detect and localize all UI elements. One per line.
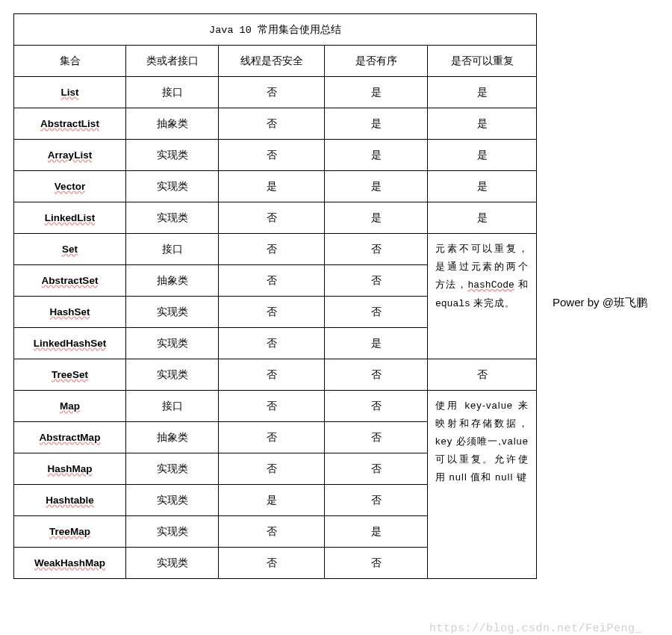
table-row: List 接口 否 是 是 bbox=[14, 77, 537, 108]
csdn-watermark: https://blog.csdn.net/FeiPeng_ bbox=[429, 622, 642, 635]
collection-name: HashSet bbox=[49, 306, 90, 318]
author-credit: Power by @班飞鹏 bbox=[553, 296, 647, 310]
cell-type: 接口 bbox=[126, 77, 219, 108]
collection-name: TreeSet bbox=[52, 369, 88, 380]
set-dup-note: 元素不可以重复，是通过元素的两个方法，hashCode 和 equals 来完成… bbox=[428, 234, 537, 359]
collection-name: TreeMap bbox=[49, 526, 90, 537]
collection-name: Map bbox=[60, 400, 80, 412]
header-threadsafe: 线程是否安全 bbox=[219, 46, 325, 77]
header-ordered: 是否有序 bbox=[325, 46, 428, 77]
cell-ordered: 是 bbox=[325, 77, 428, 108]
collection-name: HashMap bbox=[47, 463, 92, 474]
collection-name: AbstractList bbox=[40, 118, 99, 129]
header-type: 类或者接口 bbox=[126, 46, 219, 77]
map-dup-note: 使用 key-value 来映射和存储数据，key 必须唯一,value 可以重… bbox=[428, 391, 537, 579]
cell-safe: 否 bbox=[219, 77, 325, 108]
table-title: Java 10 常用集合使用总结 bbox=[14, 14, 537, 46]
collection-name: AbstractMap bbox=[40, 432, 101, 443]
collection-name: LinkedList bbox=[45, 212, 96, 223]
table-row: LinkedList 实现类 否 是 是 bbox=[14, 202, 537, 234]
collection-name: Hashtable bbox=[46, 495, 94, 506]
table-row: TreeSet 实现类 否 否 否 bbox=[14, 359, 537, 391]
table-row: Vector 实现类 是 是 是 bbox=[14, 171, 537, 202]
collections-summary-table: Java 10 常用集合使用总结 集合 类或者接口 线程是否安全 是否有序 是否… bbox=[13, 13, 537, 579]
header-dup: 是否可以重复 bbox=[428, 46, 537, 77]
collection-name: AbstractSet bbox=[42, 275, 99, 286]
table-row: Set 接口 否 否 元素不可以重复，是通过元素的两个方法，hashCode 和… bbox=[14, 234, 537, 265]
table-row: AbstractList 抽象类 否 是 是 bbox=[14, 108, 537, 140]
collection-name: List bbox=[60, 87, 78, 98]
table-row: Map 接口 否 否 使用 key-value 来映射和存储数据，key 必须唯… bbox=[14, 391, 537, 422]
collection-name: ArrayList bbox=[48, 149, 92, 161]
collection-name: LinkedHashSet bbox=[34, 338, 107, 349]
table-row: ArrayList 实现类 否 是 是 bbox=[14, 140, 537, 171]
header-collection: 集合 bbox=[14, 46, 126, 77]
collection-name: Set bbox=[62, 244, 78, 255]
collection-name: Vector bbox=[55, 181, 85, 192]
table-header-row: 集合 类或者接口 线程是否安全 是否有序 是否可以重复 bbox=[14, 46, 537, 77]
collection-name: WeakHashMap bbox=[34, 557, 105, 569]
table-title-row: Java 10 常用集合使用总结 bbox=[14, 14, 537, 46]
cell-dup: 是 bbox=[428, 77, 537, 108]
